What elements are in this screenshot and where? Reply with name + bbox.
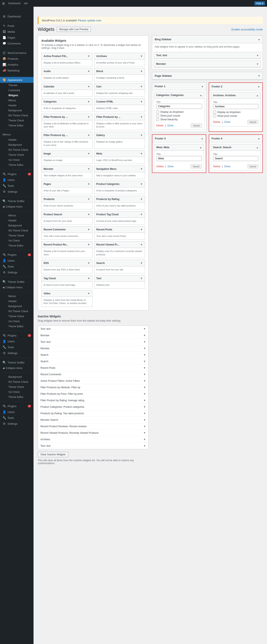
sidebar-item-media[interactable]: 🖼 Media	[0, 29, 34, 34]
list-item[interactable]: Recent Product Reviews: Recent reviews ▼	[38, 423, 148, 430]
list-item[interactable]: Filter Products by Attribute: Filter by …	[38, 384, 148, 391]
clear-inactive-btn[interactable]: Clear Inactive Widgets	[38, 452, 68, 457]
widget-header[interactable]: Pages ▼	[42, 181, 92, 188]
update-notice-link[interactable]: Please update now.	[78, 19, 102, 22]
list-item[interactable]: Products by Rating: Top rated products ▼	[38, 410, 148, 417]
list-item[interactable]: Monster ▼	[38, 345, 148, 352]
widget-header[interactable]: Filter Products by ... ▼	[94, 114, 145, 120]
list-item[interactable]: Monster ▼	[38, 332, 148, 339]
submenu-theme-editor5[interactable]: Theme Editor	[6, 394, 34, 400]
collapse-menu-btn3[interactable]: ◀ Collapse menu	[0, 366, 34, 371]
footer3-delete-btn[interactable]: Delete	[156, 165, 164, 168]
widget-header[interactable]: Product Categories ▼	[94, 181, 145, 188]
sidebar-item-tools3[interactable]: 🔧 Tools	[0, 344, 34, 350]
widget-header[interactable]: Categories ▼	[42, 98, 92, 105]
sidebar-item-menus2[interactable]: Menus	[0, 132, 34, 137]
sidebar-item-settings4[interactable]: ⚙ Settings	[0, 421, 34, 426]
sidebar-item-plugins2[interactable]: 🔌 Plugins 2	[0, 252, 34, 258]
widget-header[interactable]: Products by Rating ▼	[94, 196, 145, 202]
submenu-ns-theme-check2[interactable]: NS Theme Check	[6, 147, 34, 152]
footer1-done-btn[interactable]: Done	[168, 124, 174, 127]
submenu-background2[interactable]: Background	[6, 142, 34, 147]
footer2-title-input[interactable]	[213, 104, 258, 109]
footer4-title-input[interactable]	[213, 156, 258, 161]
footer1-dropdown-checkbox[interactable]	[156, 110, 159, 114]
submenu-background3[interactable]: Background	[6, 223, 34, 228]
widget-header[interactable]: Recent Comments ▼	[42, 226, 92, 233]
page-sidebar-header[interactable]: Page Sidebar ▼	[152, 72, 262, 80]
widget-header[interactable]: Image ▼	[42, 150, 92, 157]
widget-header[interactable]: Gallery ▼	[94, 132, 145, 138]
widget-header[interactable]: Filter Products by ... ▼	[42, 114, 92, 120]
widget-header[interactable]: Monster ▼	[42, 166, 92, 172]
sidebar-item-pages[interactable]: 📄 Pages	[0, 34, 34, 40]
submenu-vw-check[interactable]: Vw Check	[6, 158, 34, 162]
submenu-ns-theme-check3[interactable]: NS Theme Check	[6, 228, 34, 233]
widget-header[interactable]: Search ▼	[94, 260, 145, 266]
list-item[interactable]: Recent Posts ▼	[38, 365, 148, 371]
list-item[interactable]: Text: text ▼	[38, 339, 148, 345]
sidebar-item-analytics[interactable]: 📊 Analytics	[0, 62, 34, 68]
submenu-header3[interactable]: Header	[6, 218, 34, 223]
sidebar-item-plugins[interactable]: 🔌 Plugins 2	[0, 171, 34, 177]
sidebar-item-comments[interactable]: 💬 Comments	[0, 40, 34, 46]
submenu-vw-check3[interactable]: Vw Check	[6, 319, 34, 324]
footer3-title-input[interactable]	[156, 156, 202, 161]
submenu-menus[interactable]: Menus	[6, 98, 34, 103]
sidebar-item-dashboard[interactable]: ⊞ Dashboard	[0, 14, 34, 19]
submenu-ns-theme-check5[interactable]: NS Theme Check	[6, 380, 34, 384]
widget-header[interactable]: Product Search ▼	[42, 211, 92, 218]
footer2-header[interactable]: Footer 2 ▲	[209, 83, 262, 90]
footer3-done-btn[interactable]: Done	[168, 165, 174, 168]
widget-header[interactable]: Block ▼	[94, 68, 145, 75]
adminbar-dashboard[interactable]: Dashboard	[8, 2, 20, 5]
footer4-done-btn[interactable]: Done	[224, 165, 230, 168]
footer2-dropdown-checkbox[interactable]	[213, 111, 216, 114]
widget-header[interactable]: Text ▼	[94, 275, 145, 282]
footer4-header[interactable]: Footer 4 ▲	[209, 135, 262, 142]
footer1-saved-btn[interactable]: Saved	[191, 124, 202, 128]
footer2-done-btn[interactable]: Done	[224, 120, 230, 124]
widget-header[interactable]: RSS ▼	[42, 260, 92, 266]
widget-header[interactable]: Recent Viewed Pr... ▼	[94, 242, 145, 248]
footer1-hierarchy-checkbox[interactable]	[156, 118, 159, 121]
submenu-theme-check5[interactable]: Theme Check	[6, 384, 34, 390]
list-item[interactable]: Search ▼	[38, 358, 148, 365]
footer2-delete-btn[interactable]: Delete	[213, 120, 220, 124]
footer2-postcount-checkbox[interactable]	[213, 114, 216, 118]
submenu-widgets[interactable]: Widgets	[6, 93, 34, 98]
sidebar-item-plugins3[interactable]: 🔌 Plugins 2	[0, 332, 34, 338]
sidebar-item-theme-sniffer2[interactable]: 🔍 Theme Sniffer	[0, 279, 34, 285]
footer4-saved-btn[interactable]: Saved	[247, 164, 258, 168]
footer1-title-input[interactable]	[156, 104, 202, 109]
accessibility-link[interactable]: Enable accessibility mode	[231, 28, 263, 31]
blog-widget-monster-header[interactable]: Monster ▼	[154, 61, 261, 67]
footer3-saved-btn[interactable]: Saved	[190, 164, 202, 168]
submenu-theme-check[interactable]: Theme Check	[6, 118, 34, 123]
list-item[interactable]: Filter Product by Rating: Average rating…	[38, 397, 148, 404]
widget-header[interactable]: Navigation Menu ▼	[94, 166, 145, 172]
submenu-theme-editor2[interactable]: Theme Editor	[6, 162, 34, 168]
collapse-menu-btn[interactable]: ◀ Collapse menu	[0, 204, 34, 210]
sidebar-item-settings[interactable]: ⚙ Settings	[0, 189, 34, 194]
sidebar-item-woocommerce[interactable]: 🛒 WooCommerce	[0, 50, 34, 56]
sidebar-item-theme-sniffer[interactable]: 🔍 Theme Sniffer	[0, 198, 34, 204]
footer1-header[interactable]: Footer 1 ▲	[152, 82, 206, 90]
sidebar-item-posts[interactable]: ✎ Posts	[0, 23, 34, 29]
footer4-delete-btn[interactable]: Delete	[213, 165, 220, 168]
submenu-header4[interactable]: Header	[6, 299, 34, 304]
list-item[interactable]: Text: text ▼	[38, 443, 148, 449]
submenu-customize[interactable]: Customize	[6, 88, 34, 93]
footer4-widget-header[interactable]: Search: Search ▲	[211, 144, 261, 151]
sidebar-item-theme-sniffer3[interactable]: 🔍 Theme Sniffer	[0, 360, 34, 366]
widget-header[interactable]: Products ▼	[42, 196, 92, 202]
submenu-theme-check4[interactable]: Theme Check	[6, 314, 34, 319]
submenu-menus4[interactable]: Menus	[6, 294, 34, 299]
list-item[interactable]: Monster Search ▼	[38, 417, 148, 423]
adminbar-site[interactable]: site	[24, 2, 28, 5]
list-item[interactable]: Search ▼	[38, 352, 148, 358]
list-item[interactable]: Product Categories: Product categories ▼	[38, 404, 148, 410]
widget-header[interactable]: Archives ▼	[94, 53, 145, 60]
sidebar-item-settings3[interactable]: ⚙ Settings	[0, 350, 34, 356]
collapse-menu-btn2[interactable]: ◀ Collapse menu	[0, 285, 34, 290]
